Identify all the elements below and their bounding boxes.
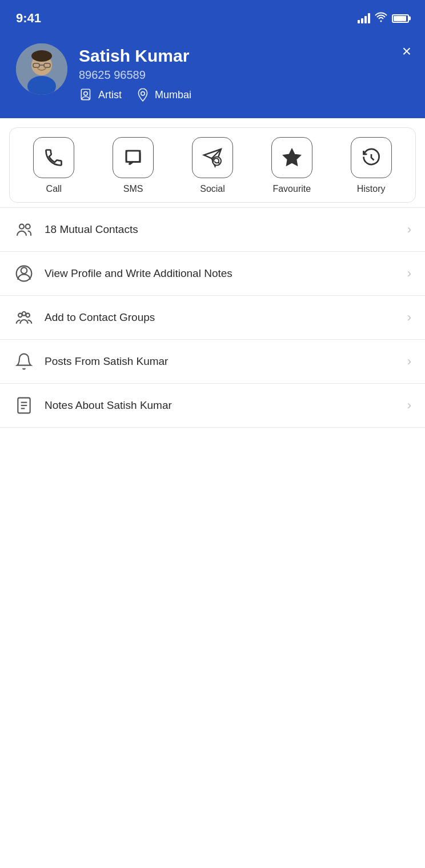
view-profile-item[interactable]: View Profile and Write Additional Notes …: [0, 252, 425, 296]
contact-tags: Artist Mumbai: [79, 87, 409, 102]
history-label: History: [357, 184, 386, 194]
notes-text: Notes About Satish Kumar: [45, 399, 407, 412]
sms-icon-box: [113, 137, 154, 178]
view-profile-text: View Profile and Write Additional Notes: [45, 267, 407, 280]
battery-icon: [392, 14, 409, 23]
mutual-contacts-item[interactable]: 18 Mutual Contacts ›: [0, 207, 425, 252]
notes-chevron: ›: [407, 398, 411, 413]
mutual-contacts-text: 18 Mutual Contacts: [45, 223, 407, 236]
mutual-contacts-icon: [14, 219, 34, 240]
status-bar: 9:41: [0, 0, 425, 34]
posts-text: Posts From Satish Kumar: [45, 355, 407, 368]
contact-groups-icon: [14, 307, 34, 328]
favourite-icon-box: [271, 137, 312, 178]
tag-artist: Artist: [79, 87, 122, 102]
svg-point-6: [31, 50, 52, 62]
svg-rect-10: [126, 151, 140, 162]
avatar: [16, 43, 67, 95]
history-icon: [361, 147, 382, 168]
contact-header: Satish Kumar 89625 96589 Artist Mumbai ×: [0, 34, 425, 118]
svg-point-18: [22, 312, 26, 316]
favourite-icon: [282, 147, 302, 168]
wifi-icon: [375, 12, 387, 25]
tag-artist-label: Artist: [98, 89, 122, 101]
tag-location-label: Mumbai: [155, 89, 191, 101]
sms-button[interactable]: SMS: [94, 137, 173, 194]
status-time: 9:41: [16, 11, 41, 26]
view-profile-chevron: ›: [407, 266, 411, 281]
list-section: 18 Mutual Contacts › View Profile and Wr…: [0, 207, 425, 428]
call-icon-box: [33, 137, 74, 178]
sms-icon: [123, 147, 143, 168]
contact-groups-item[interactable]: Add to Contact Groups ›: [0, 296, 425, 340]
history-icon-box: [351, 137, 392, 178]
mutual-contacts-chevron: ›: [407, 222, 411, 237]
view-profile-icon: [14, 263, 34, 284]
favourite-button[interactable]: Favourite: [252, 137, 331, 194]
contact-info: Satish Kumar 89625 96589 Artist Mumbai: [79, 43, 409, 102]
contact-groups-text: Add to Contact Groups: [45, 311, 407, 324]
contact-name: Satish Kumar: [79, 46, 409, 66]
notes-item[interactable]: Notes About Satish Kumar ›: [0, 384, 425, 428]
contact-phone: 89625 96589: [79, 69, 409, 82]
posts-icon: [14, 351, 34, 372]
svg-point-13: [26, 224, 30, 229]
social-label: Social: [200, 184, 225, 194]
tag-location: Mumbai: [135, 87, 191, 102]
sms-label: SMS: [123, 184, 143, 194]
call-icon: [43, 147, 64, 168]
svg-point-9: [141, 92, 145, 96]
close-button[interactable]: ×: [402, 43, 411, 59]
actions-container: Call SMS Social: [9, 127, 416, 203]
svg-point-14: [21, 267, 27, 274]
call-button[interactable]: Call: [14, 137, 94, 194]
contact-groups-chevron: ›: [407, 310, 411, 325]
posts-chevron: ›: [407, 354, 411, 369]
social-icon: [202, 147, 223, 168]
social-icon-box: [192, 137, 233, 178]
posts-item[interactable]: Posts From Satish Kumar ›: [0, 340, 425, 384]
favourite-label: Favourite: [272, 184, 311, 194]
history-button[interactable]: History: [331, 137, 411, 194]
signal-icon: [358, 13, 370, 23]
svg-point-12: [19, 224, 24, 229]
status-icons: [358, 12, 409, 25]
notes-icon: [14, 395, 34, 416]
call-label: Call: [46, 184, 62, 194]
social-button[interactable]: Social: [173, 137, 252, 194]
svg-point-8: [84, 92, 88, 96]
